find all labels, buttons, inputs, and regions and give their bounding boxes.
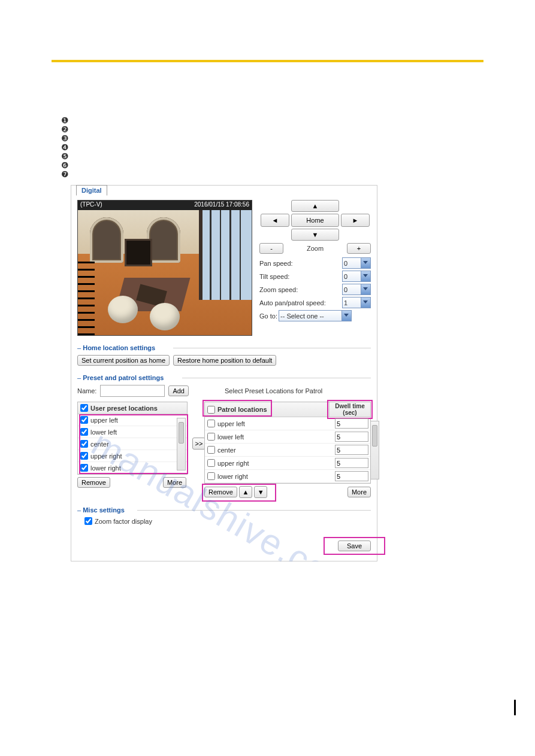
patrol-checkbox[interactable] [207, 446, 215, 454]
more-preset-button[interactable]: More [163, 477, 186, 488]
misc-section-title: Misc settings [77, 506, 371, 514]
timestamp: 2016/01/15 17:08:56 [194, 201, 249, 211]
patrol-checkbox[interactable] [207, 472, 215, 480]
scrollbar[interactable] [177, 418, 186, 470]
bullet-2: ❷ [61, 125, 535, 134]
zoom-speed-label: Zoom speed: [259, 286, 342, 293]
scrollbar[interactable] [370, 421, 379, 479]
dwell-input[interactable] [335, 471, 368, 481]
goto-select[interactable]: -- Select one -- [279, 310, 352, 321]
select-patrol-label: Select Preset Locations for Patrol [225, 387, 322, 394]
preset-checkbox[interactable] [80, 428, 88, 436]
user-preset-select-all[interactable] [80, 404, 88, 412]
bullet-5: ❺ [61, 152, 535, 161]
list-item: upper left [78, 414, 187, 426]
tilt-speed-label: Tilt speed: [259, 273, 342, 280]
patrol-checkbox[interactable] [207, 433, 215, 441]
zoom-label: Zoom [286, 245, 344, 252]
save-button[interactable]: Save [338, 541, 371, 551]
dwell-input[interactable] [335, 432, 368, 442]
list-item: lower right [205, 470, 370, 483]
patrol-checkbox[interactable] [207, 459, 215, 467]
dwell-input[interactable] [335, 445, 368, 455]
auto-speed-select[interactable]: 1 [342, 297, 371, 308]
transfer-button[interactable]: >> [192, 438, 205, 450]
pan-speed-label: Pan speed: [259, 260, 342, 267]
dwell-header: Dwell time (sec) [335, 403, 364, 416]
restore-home-button[interactable]: Restore home position to default [173, 355, 276, 366]
video-preview[interactable]: (TPC-V) 2016/01/15 17:08:56 [77, 200, 252, 336]
dwell-input[interactable] [335, 418, 368, 429]
bullet-3: ❸ [61, 134, 535, 143]
pan-speed-select[interactable]: 0 [342, 257, 371, 269]
bullet-6: ❻ [61, 161, 535, 170]
ptz-dpad: ▲ ◄ Home ► ▼ [259, 200, 371, 241]
bullet-7: ❼ [61, 170, 535, 179]
list-item: upper right [205, 457, 370, 470]
tilt-speed-select[interactable]: 0 [342, 271, 371, 282]
dwell-input[interactable] [335, 458, 368, 468]
preview-image [78, 210, 252, 335]
preset-checkbox[interactable] [80, 452, 88, 460]
patrol-select-all[interactable] [207, 406, 215, 414]
zoom-factor-label: Zoom factor display [95, 518, 152, 525]
preset-name-input[interactable] [100, 385, 165, 397]
zoom-out-button[interactable]: - [259, 243, 283, 254]
step-numbers: ❶ ❷ ❸ ❹ ❺ ❻ ❼ [61, 116, 535, 179]
name-label: Name: [77, 387, 96, 394]
zoom-in-button[interactable]: + [347, 243, 371, 254]
divider-rule [52, 60, 483, 62]
pan-right-button[interactable]: ► [341, 214, 370, 227]
preset-checkbox[interactable] [80, 440, 88, 448]
patrol-location-list: Patrol locations Dwell time (sec) upper … [204, 402, 371, 484]
list-item: upper right [78, 450, 187, 462]
pan-left-button[interactable]: ◄ [261, 214, 289, 227]
list-item: upper left [205, 417, 370, 430]
remove-patrol-button[interactable]: Remove [204, 487, 237, 497]
user-preset-header: User preset locations [90, 405, 158, 412]
preset-checkbox[interactable] [80, 416, 88, 424]
preset-section-title: Preset and patrol settings [77, 374, 371, 381]
bullet-1: ❶ [61, 116, 535, 125]
list-item: center [78, 438, 187, 450]
auto-speed-label: Auto pan/patrol speed: [259, 299, 342, 306]
user-preset-list: User preset locations upper left lower l… [77, 402, 188, 475]
set-home-button[interactable]: Set current position as home [77, 355, 170, 366]
list-item: center [205, 444, 370, 457]
patrol-header: Patrol locations [217, 406, 267, 413]
patrol-checkbox[interactable] [207, 420, 215, 427]
home-section-title: Home location settings [77, 344, 371, 351]
device-label: (TPC-V) [80, 201, 102, 211]
bullet-4: ❹ [61, 143, 535, 152]
zoom-factor-checkbox[interactable] [84, 517, 92, 525]
more-patrol-button[interactable]: More [347, 487, 371, 497]
move-up-button[interactable]: ▲ [239, 486, 252, 498]
home-button[interactable]: Home [291, 214, 339, 227]
move-down-button[interactable]: ▼ [254, 486, 267, 498]
list-item: lower left [205, 430, 370, 444]
remove-preset-button[interactable]: Remove [77, 477, 110, 488]
pan-up-button[interactable]: ▲ [291, 200, 339, 212]
add-preset-button[interactable]: Add [168, 385, 189, 396]
preset-checkbox[interactable] [80, 464, 88, 472]
list-item: lower right [78, 462, 187, 474]
zoom-speed-select[interactable]: 0 [342, 284, 371, 295]
goto-label: Go to: [259, 312, 279, 320]
tab-digital[interactable]: Digital [76, 185, 107, 196]
list-item: lower left [78, 426, 187, 438]
pan-down-button[interactable]: ▼ [291, 229, 339, 241]
settings-panel: Digital (TPC-V) 2016/01/15 17:08:56 [71, 185, 377, 561]
